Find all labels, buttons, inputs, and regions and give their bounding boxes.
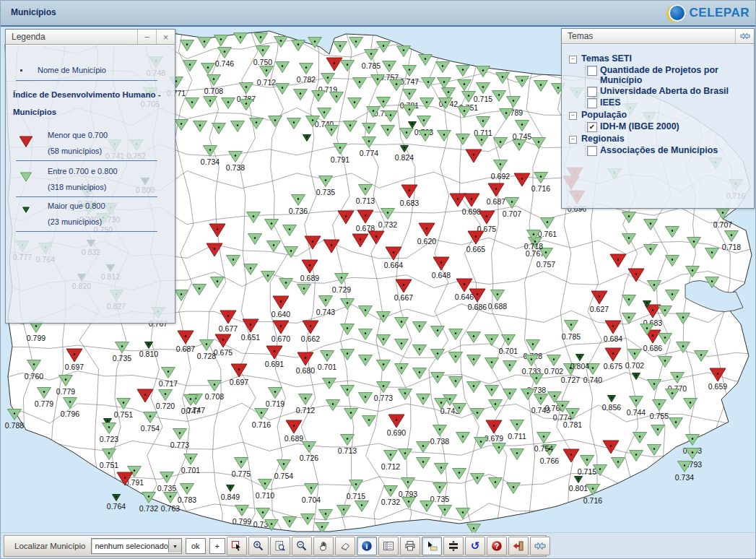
map-marker-label: 0.708 bbox=[205, 392, 224, 401]
pan-tool[interactable] bbox=[313, 537, 334, 555]
theme-item-label[interactable]: IEES bbox=[600, 98, 621, 108]
help-icon: ? bbox=[491, 540, 503, 552]
map-marker-label: 0.715 bbox=[578, 467, 596, 476]
map-marker-label: 0.717 bbox=[159, 379, 178, 388]
map-marker-label: 0.712 bbox=[257, 78, 276, 87]
tree-collapse-toggle[interactable]: − bbox=[569, 136, 577, 144]
zoom-out-tool[interactable] bbox=[292, 537, 312, 555]
theme-group-label[interactable]: População bbox=[581, 110, 627, 120]
map-marker-label: 0.791 bbox=[331, 155, 349, 164]
map-marker-label: 0.747 bbox=[181, 407, 200, 415]
map-marker-label: 0.686 bbox=[643, 344, 662, 352]
map-marker-label: 0.716 bbox=[531, 184, 550, 193]
swipe-icon bbox=[448, 540, 459, 552]
tooltip-tool[interactable] bbox=[422, 537, 442, 555]
svg-text:?: ? bbox=[495, 542, 499, 550]
map-marker-label: 0.738 bbox=[226, 163, 245, 172]
map-marker-label: 0.715 bbox=[347, 492, 365, 500]
attribute-table-tool[interactable] bbox=[378, 537, 399, 555]
map-marker-label: 0.683 bbox=[400, 199, 419, 207]
map-marker-label: 0.732 bbox=[139, 504, 158, 513]
theme-checkbox[interactable]: ✔ bbox=[587, 122, 597, 132]
legend-divider bbox=[16, 196, 157, 197]
help-tool[interactable]: ? bbox=[487, 537, 507, 555]
map-marker-label: 0.804 bbox=[570, 362, 589, 370]
tree-collapse-toggle[interactable]: − bbox=[569, 56, 577, 64]
tree-collapse-toggle[interactable]: − bbox=[569, 112, 577, 120]
zoom-out-icon bbox=[296, 540, 308, 552]
map-marker-label: 0.708 bbox=[204, 87, 223, 95]
map-marker-label: 0.648 bbox=[432, 271, 451, 280]
legend-divider bbox=[16, 80, 157, 81]
map-marker-label: 0.686 bbox=[468, 303, 487, 311]
map-marker-label: 0.716 bbox=[583, 496, 602, 505]
erase-tool[interactable] bbox=[335, 537, 355, 555]
map-marker-label: 0.680 bbox=[296, 366, 315, 375]
add-button[interactable]: + bbox=[209, 538, 225, 554]
theme-item-label[interactable]: Quantidade de Projetos por Município bbox=[600, 65, 748, 85]
map-marker-label: 0.785 bbox=[362, 61, 381, 70]
map-marker-label: 0.692 bbox=[491, 172, 510, 181]
toolbar: Localizar Município nenhum selecionado ▼… bbox=[4, 535, 547, 557]
map-marker-label: 0.711 bbox=[508, 432, 526, 441]
map-marker-label: 0.701 bbox=[181, 466, 200, 474]
legend-panel: Legenda − × Nome de Município Índice de … bbox=[5, 29, 175, 324]
theme-group-label[interactable]: Regionais bbox=[581, 134, 625, 144]
map-marker-label: 0.651 bbox=[241, 333, 260, 342]
map-marker-label: 0.697 bbox=[65, 363, 84, 371]
dropdown-arrow-icon[interactable]: ▼ bbox=[168, 540, 181, 552]
pan-icon bbox=[318, 540, 329, 552]
zoom-extent-tool[interactable] bbox=[270, 537, 290, 555]
theme-checkbox[interactable] bbox=[587, 98, 597, 108]
map-marker-label: 0.726 bbox=[300, 454, 318, 462]
bottom-bar: Localizar Município nenhum selecionado ▼… bbox=[1, 532, 756, 559]
theme-item-label[interactable]: IDH-M (IBGE 2000) bbox=[600, 121, 679, 131]
legend-class-label: Menor que 0.700 bbox=[48, 131, 108, 139]
theme-item-label[interactable]: Universidade Aberta do Brasil bbox=[600, 86, 729, 96]
legend-titlebar[interactable]: Legenda − × bbox=[6, 30, 175, 45]
map-marker-label: 0.712 bbox=[381, 462, 400, 471]
map-marker-label: 0.684 bbox=[604, 334, 622, 343]
legend-class-icon bbox=[17, 170, 35, 184]
exit-tool[interactable] bbox=[508, 537, 529, 555]
map-marker-label: 0.667 bbox=[394, 293, 413, 302]
exit-icon bbox=[513, 540, 524, 552]
header-bar: Municípios CELEPAR bbox=[1, 1, 756, 27]
map-marker-label: 0.664 bbox=[384, 261, 403, 269]
tooltip-icon bbox=[426, 540, 438, 552]
collapse-tool[interactable] bbox=[530, 537, 550, 555]
zoom-in-tool[interactable] bbox=[248, 537, 269, 555]
theme-checkbox[interactable] bbox=[587, 87, 597, 97]
map-marker-label: 0.782 bbox=[297, 75, 316, 84]
legend-name-item: Nome de Município bbox=[16, 66, 160, 74]
refresh-tool[interactable]: ↺ bbox=[465, 537, 485, 555]
select-tool[interactable] bbox=[227, 537, 247, 555]
legend-close-button[interactable]: × bbox=[156, 30, 175, 44]
locate-municipality-label: Localizar Município bbox=[14, 542, 85, 550]
legend-body: Nome de Município Índice de Desenvolvime… bbox=[6, 45, 175, 323]
themes-collapse-button[interactable] bbox=[735, 29, 754, 43]
legend-section-title-2: Municípios bbox=[13, 108, 56, 116]
theme-checkbox[interactable] bbox=[587, 66, 597, 76]
municipality-dropdown[interactable]: nenhum selecionado ▼ bbox=[91, 538, 182, 554]
theme-checkbox[interactable] bbox=[587, 146, 597, 156]
map-marker-label: 0.729 bbox=[332, 285, 351, 294]
map-marker-label: 0.775 bbox=[232, 469, 251, 478]
map-marker-label: 0.754 bbox=[534, 444, 553, 453]
map-marker-label: 0.856 bbox=[602, 403, 621, 412]
map-marker-label: 0.689 bbox=[300, 274, 319, 282]
map-marker-label: 0.766 bbox=[540, 456, 559, 465]
select-icon bbox=[231, 540, 243, 552]
swipe-tool[interactable] bbox=[443, 537, 464, 555]
legend-minimize-button[interactable]: − bbox=[137, 30, 156, 44]
legend-class-count: (318 municípios) bbox=[48, 183, 106, 191]
info-tool[interactable]: i bbox=[357, 537, 377, 555]
theme-group-label[interactable]: Temas SETI bbox=[581, 53, 632, 64]
themes-titlebar[interactable]: Temas bbox=[562, 29, 754, 44]
map-marker-label: 0.707 bbox=[713, 220, 732, 229]
legend-class-icon bbox=[17, 134, 35, 148]
ok-button[interactable]: ok bbox=[186, 538, 206, 554]
theme-item-label[interactable]: Associações de Municípios bbox=[600, 145, 718, 155]
legend-class-label: Entre 0.700 e 0.800 bbox=[48, 167, 118, 176]
print-tool[interactable] bbox=[400, 537, 420, 555]
